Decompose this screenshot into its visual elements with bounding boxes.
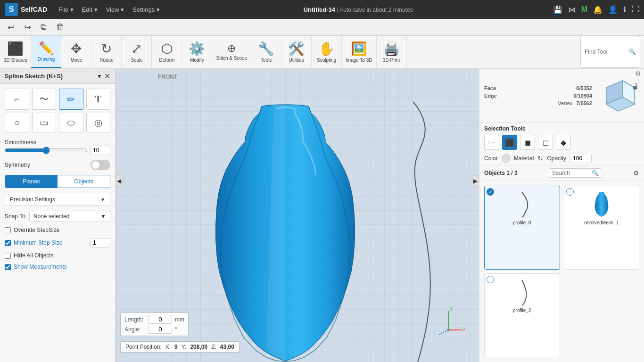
find-tool-input[interactable]	[585, 49, 627, 55]
viewport[interactable]: FRONT ▲ ▼ ⌂	[116, 69, 479, 362]
right-panel: Face 0/5352 Edge 0/10904 Vertex 7/5562 ⚙	[479, 69, 644, 362]
snap-to-label: Snap To	[5, 213, 25, 220]
precision-settings-dropdown[interactable]: Precision Settings ▼	[5, 193, 110, 206]
object-card-profile2[interactable]: profile_2	[484, 273, 560, 357]
override-stepsize-checkbox[interactable]	[5, 227, 11, 233]
tool-stitch-scoop[interactable]: ⊕ Stitch & Scoop	[212, 36, 251, 68]
bell-icon[interactable]: 🔔	[593, 5, 603, 14]
menu-view[interactable]: View ▾	[102, 4, 128, 15]
user-icon[interactable]: 👤	[608, 5, 618, 14]
3d-print-icon: 🖨️	[383, 41, 400, 57]
drawing-icon: ✏️	[39, 41, 54, 56]
length-input[interactable]	[149, 315, 172, 324]
sel-object-button[interactable]: ⬛	[502, 135, 517, 150]
logo-text: SelfCAD	[21, 6, 47, 13]
left-panel-close-button[interactable]: ✕	[104, 72, 110, 81]
tool-modify[interactable]: ⚙️ Modify	[182, 36, 212, 68]
override-stepsize-label: Override StepSize	[14, 227, 59, 233]
tool-move[interactable]: ✥ Move	[61, 36, 91, 68]
tool-rotate[interactable]: ↻ Rotate	[91, 36, 122, 68]
measurement-bar: Length: mm Angle: °	[120, 313, 189, 336]
color-picker[interactable]	[502, 154, 510, 163]
left-panel-header: Spline Sketch (K+S) ▼ ✕	[0, 69, 115, 84]
nav-cube-area: Face 0/5352 Edge 0/10904 Vertex 7/5562 ⚙	[479, 69, 644, 123]
share-icon[interactable]: ⋈	[568, 5, 576, 14]
show-measurements-checkbox[interactable]	[5, 264, 11, 270]
document-title: Untitled-34	[304, 6, 335, 13]
snap-to-select[interactable]: None selected ▼	[29, 211, 110, 222]
fullscreen-icon[interactable]: ⛶	[632, 5, 639, 14]
sel-vertex-button[interactable]: ◆	[556, 135, 571, 150]
nav-cube-svg[interactable]	[597, 74, 639, 116]
tool-scale[interactable]: ⤢ Scale	[122, 36, 152, 68]
tool-3d-shapes[interactable]: ⬛ 3D Shapes	[0, 36, 31, 68]
tool-tools[interactable]: 🔧 Tools	[251, 36, 281, 68]
override-stepsize-row: Override StepSize	[5, 227, 110, 233]
symmetry-row: Symmetry	[5, 160, 110, 170]
sel-face-button[interactable]: ◼	[520, 135, 535, 150]
angle-input[interactable]	[149, 325, 172, 334]
tool-3d-print[interactable]: 🖨️ 3D Print	[377, 36, 407, 68]
object-check-profile8: ✓	[487, 188, 494, 196]
menu-settings[interactable]: Settings ▾	[129, 4, 164, 15]
rect-tool-btn[interactable]: ▭	[32, 113, 57, 132]
symmetry-label: Symmetry	[5, 162, 30, 168]
menu-edit[interactable]: Edit ▾	[78, 4, 101, 15]
find-tool-search-icon[interactable]: 🔍	[629, 49, 636, 55]
color-label: Color	[484, 155, 498, 162]
point-pos-label: Point Position:	[125, 344, 162, 350]
rotate-icon: ↻	[101, 41, 112, 57]
target-tool-btn[interactable]: ◎	[86, 113, 111, 132]
angle-unit: °	[175, 326, 177, 333]
undo-button[interactable]: ↩	[5, 20, 17, 34]
spline-tool-btn[interactable]: 〜	[32, 89, 57, 110]
symmetry-toggle[interactable]	[91, 160, 110, 170]
xyz-axes-indicator: Y X	[432, 304, 465, 338]
tool-deform[interactable]: ⬡ Deform	[152, 36, 182, 68]
vertex-label: Vertex	[558, 100, 572, 106]
copy-button[interactable]: ⧉	[38, 20, 50, 34]
svg-text:X: X	[463, 327, 465, 332]
point-position-bar: Point Position: X: 9 Y: 208,00 Z: 43,00	[120, 341, 239, 353]
hide-all-objects-checkbox[interactable]	[5, 253, 11, 259]
info-icon[interactable]: ℹ	[623, 5, 626, 14]
left-panel-collapse-arrow[interactable]: ◀	[116, 175, 123, 187]
sel-edge-button[interactable]: ◻	[538, 135, 553, 150]
search-icon[interactable]: 🔍	[592, 170, 599, 176]
min-step-size-checkbox[interactable]	[5, 240, 11, 246]
object-card-profile8[interactable]: ✓ profile_8	[484, 186, 560, 270]
tool-image-to-3d[interactable]: 🖼️ Image To 3D	[342, 36, 377, 68]
menu-bar: File ▾ Edit ▾ View ▾ Settings ▾	[55, 4, 164, 15]
object-check-revolvedmesh1	[566, 188, 574, 196]
material-icon[interactable]: ↻	[537, 155, 543, 162]
tool-drawing[interactable]: ✏️ Drawing	[31, 36, 61, 68]
m-icon[interactable]: M	[581, 5, 587, 14]
opacity-input[interactable]	[570, 154, 592, 163]
angle-row: Angle: °	[124, 325, 184, 334]
tool-utilities[interactable]: 🛠️ Utilities	[281, 36, 312, 68]
save-icon[interactable]: 💾	[553, 5, 562, 14]
left-panel-title: Spline Sketch (K+S)	[5, 73, 63, 80]
object-card-revolvedmesh1[interactable]: revolvedMesh_1	[564, 186, 640, 270]
tab-objects[interactable]: Objects	[58, 175, 110, 188]
circle-tool-btn[interactable]: ○	[5, 113, 29, 132]
text-tool-btn[interactable]: T	[86, 89, 111, 110]
line-tool-btn[interactable]: ⌐	[5, 89, 29, 110]
tab-planes[interactable]: Planes	[5, 175, 58, 188]
panel-dropdown-arrow[interactable]: ▼	[97, 73, 102, 80]
tool-sculpting[interactable]: ✋ Sculpting	[312, 36, 342, 68]
tools-icon: 🔧	[258, 41, 274, 57]
objects-gear-button[interactable]: ⚙	[633, 169, 639, 177]
smoothness-slider[interactable]	[5, 147, 88, 154]
cube-settings-button[interactable]: ⚙	[635, 70, 641, 77]
delete-button[interactable]: 🗑	[53, 20, 67, 34]
objects-search-input[interactable]	[552, 170, 590, 176]
ellipse-tool-btn[interactable]: ⬭	[59, 113, 83, 132]
redo-button[interactable]: ↪	[21, 20, 34, 34]
pen-tool-btn[interactable]: ✏	[59, 89, 83, 110]
min-step-size-input[interactable]	[91, 238, 110, 247]
menu-file[interactable]: File ▾	[55, 4, 77, 15]
right-panel-collapse-arrow[interactable]: ▶	[472, 175, 479, 187]
main-area: Spline Sketch (K+S) ▼ ✕ ⌐ 〜 ✏ T ○ ▭ ⬭ ◎ …	[0, 69, 644, 362]
smoothness-input[interactable]	[91, 146, 110, 155]
